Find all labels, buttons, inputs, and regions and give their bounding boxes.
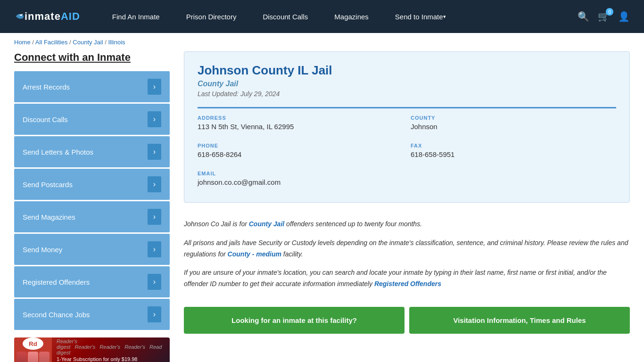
chevron-right-icon: › xyxy=(148,274,161,290)
nav-magazines[interactable]: Magazines xyxy=(321,0,382,33)
sidebar-item-send-letters[interactable]: Send Letters & Photos › xyxy=(14,136,170,167)
logo[interactable]: inmateAID xyxy=(14,10,80,23)
address-value: 113 N 5th St, Vienna, IL 62995 xyxy=(198,123,403,131)
nav-prison-directory[interactable]: Prison Directory xyxy=(173,0,250,33)
bottom-buttons: Looking for an inmate at this facility? … xyxy=(184,307,630,334)
desc-para-3: If you are unsure of your inmate's locat… xyxy=(184,267,630,290)
sidebar: Connect with an Inmate Arrest Records › … xyxy=(14,51,170,362)
sidebar-item-second-chance-jobs[interactable]: Second Chance Jobs › xyxy=(14,299,170,330)
county-block: COUNTY Johnson xyxy=(411,115,616,131)
user-icon[interactable]: 👤 xyxy=(618,11,630,22)
ad-banner: Rd Reader'sdigest Reader's Reader's Read… xyxy=(14,337,170,362)
facility-info-grid: ADDRESS 113 N 5th St, Vienna, IL 62995 C… xyxy=(198,107,616,191)
breadcrumb-state[interactable]: Illinois xyxy=(108,39,125,46)
county-jail-link[interactable]: County Jail xyxy=(249,220,284,228)
ad-headline: 1-Year Subscription for only $19.98 xyxy=(57,356,165,362)
sidebar-item-label: Second Chance Jobs xyxy=(23,311,90,319)
ad-logo: Rd xyxy=(23,337,43,350)
nav-discount-calls[interactable]: Discount Calls xyxy=(249,0,321,33)
cart-badge: 0 xyxy=(606,8,613,16)
ad-brand: Reader'sdigest Reader's Reader's Reader'… xyxy=(57,338,165,355)
search-icon[interactable]: 🔍 xyxy=(578,11,589,22)
fax-label: FAX xyxy=(411,143,616,148)
facility-name: Johnson County IL Jail xyxy=(198,63,616,78)
nav-find-inmate[interactable]: Find An Inmate xyxy=(99,0,173,33)
ad-text: Reader'sdigest Reader's Reader's Reader'… xyxy=(52,337,170,362)
phone-value: 618-658-8264 xyxy=(198,150,403,158)
desc-para-1: Johnson Co Jail is for County Jail offen… xyxy=(184,219,630,230)
sidebar-title: Connect with an Inmate xyxy=(14,51,170,64)
cart-icon[interactable]: 🛒 0 xyxy=(598,11,610,22)
email-block: EMAIL johnson.co.co@gmail.com xyxy=(198,171,616,186)
main-layout: Connect with an Inmate Arrest Records › … xyxy=(0,51,644,362)
email-value: johnson.co.co@gmail.com xyxy=(198,178,616,186)
sidebar-item-send-postcards[interactable]: Send Postcards › xyxy=(14,169,170,200)
breadcrumb-all-facilities[interactable]: All Facilities xyxy=(35,39,68,46)
facility-card: Johnson County IL Jail County Jail Last … xyxy=(184,51,630,203)
facility-description: Johnson Co Jail is for County Jail offen… xyxy=(184,214,630,302)
chevron-right-icon: › xyxy=(148,144,161,160)
fax-value: 618-658-5951 xyxy=(411,150,616,158)
chevron-right-icon: › xyxy=(148,79,161,95)
chevron-right-icon: › xyxy=(148,241,161,257)
address-block: ADDRESS 113 N 5th St, Vienna, IL 62995 xyxy=(198,115,403,131)
ad-red-section: Rd xyxy=(14,337,52,362)
breadcrumb-county-jail[interactable]: County Jail xyxy=(73,39,103,46)
address-label: ADDRESS xyxy=(198,115,403,121)
phone-block: PHONE 618-658-8264 xyxy=(198,143,403,158)
sidebar-item-send-magazines[interactable]: Send Magazines › xyxy=(14,201,170,232)
sidebar-menu: Arrest Records › Discount Calls › Send L… xyxy=(14,71,170,330)
main-content: Johnson County IL Jail County Jail Last … xyxy=(184,51,630,362)
sidebar-item-arrest-records[interactable]: Arrest Records › xyxy=(14,71,170,102)
chevron-right-icon: › xyxy=(148,176,161,192)
header-icons: 🔍 🛒 0 👤 xyxy=(578,11,630,22)
chevron-right-icon: › xyxy=(148,209,161,225)
breadcrumb: Home / All Facilities / County Jail / Il… xyxy=(0,33,644,51)
facility-updated: Last Updated: July 29, 2024 xyxy=(198,90,616,98)
sidebar-item-registered-offenders[interactable]: Registered Offenders › xyxy=(14,266,170,297)
sidebar-item-label: Send Money xyxy=(23,246,62,254)
sidebar-item-label: Registered Offenders xyxy=(23,278,90,286)
sidebar-item-send-money[interactable]: Send Money › xyxy=(14,234,170,265)
sidebar-item-label: Send Letters & Photos xyxy=(23,148,93,156)
facility-type: County Jail xyxy=(198,80,616,88)
ad-people xyxy=(17,352,50,362)
county-label: COUNTY xyxy=(411,115,616,121)
registered-offenders-link[interactable]: Registered Offenders xyxy=(374,280,441,288)
nav-send-to-inmate[interactable]: Send to Inmate xyxy=(382,0,459,33)
logo-text: inmateAID xyxy=(25,10,80,23)
visitation-button[interactable]: Visitation Information, Times and Rules xyxy=(409,307,630,334)
chevron-right-icon: › xyxy=(148,306,161,322)
email-label: EMAIL xyxy=(198,171,616,176)
sidebar-item-label: Send Postcards xyxy=(23,181,73,189)
main-nav: Find An Inmate Prison Directory Discount… xyxy=(99,0,578,33)
breadcrumb-home[interactable]: Home xyxy=(14,39,31,46)
site-header: inmateAID Find An Inmate Prison Director… xyxy=(0,0,644,33)
sidebar-item-label: Discount Calls xyxy=(23,115,68,123)
desc-para-2: All prisons and jails have Security or C… xyxy=(184,238,630,260)
sidebar-item-label: Arrest Records xyxy=(23,83,70,91)
sidebar-item-discount-calls[interactable]: Discount Calls › xyxy=(14,104,170,135)
fax-block: FAX 618-658-5951 xyxy=(411,143,616,158)
chevron-right-icon: › xyxy=(148,111,161,127)
county-medium-link[interactable]: County - medium xyxy=(228,250,281,258)
sidebar-item-label: Send Magazines xyxy=(23,213,75,221)
county-value: Johnson xyxy=(411,123,616,131)
find-inmate-button[interactable]: Looking for an inmate at this facility? xyxy=(184,307,405,334)
phone-label: PHONE xyxy=(198,143,403,148)
